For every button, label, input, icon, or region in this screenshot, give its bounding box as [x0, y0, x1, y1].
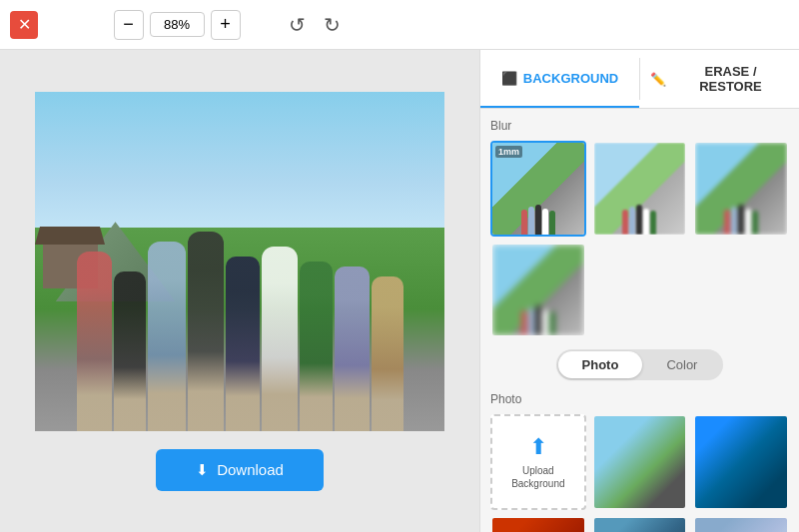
background-tab-icon: ⬛ [501, 71, 517, 86]
tab-erase-restore[interactable]: ✏️ ERASE / RESTORE [640, 50, 799, 108]
toggle-color-button[interactable]: Color [642, 351, 721, 378]
blur-thumb-3[interactable] [490, 243, 586, 338]
zoom-out-button[interactable]: − [114, 10, 144, 40]
right-panel: ⬛ BACKGROUND ✏️ ERASE / RESTORE Blur 1mm [479, 50, 799, 532]
bg-thumb-3[interactable] [490, 516, 586, 532]
redo-button[interactable]: ↻ [318, 9, 347, 41]
download-icon: ⬇ [196, 461, 209, 479]
upload-background-button[interactable]: ⬆ UploadBackground [490, 414, 586, 510]
bg-thumb-2[interactable] [693, 414, 789, 510]
bg-thumb-1[interactable] [592, 414, 688, 510]
upload-text: UploadBackground [511, 464, 564, 490]
blur-thumb-1[interactable] [592, 141, 688, 237]
zoom-in-button[interactable]: + [211, 10, 241, 40]
download-button[interactable]: ⬇ Download [156, 449, 324, 491]
photo-color-toggle: Photo Color [556, 349, 724, 380]
tab-background[interactable]: ⬛ BACKGROUND [480, 50, 639, 108]
erase-tab-icon: ✏️ [650, 72, 666, 87]
close-button[interactable]: ✕ [10, 11, 38, 39]
bg-thumb-5[interactable] [693, 516, 789, 532]
photo-section: Photo ⬆ UploadBackground [490, 392, 789, 532]
photo-section-label: Photo [490, 392, 789, 406]
photo-thumbnails: ⬆ UploadBackground [490, 414, 789, 532]
main-area: ⬇ Download ⬛ BACKGROUND ✏️ ERASE / RESTO… [0, 50, 799, 532]
panel-tabs: ⬛ BACKGROUND ✏️ ERASE / RESTORE [480, 50, 799, 109]
toggle-photo-button[interactable]: Photo [558, 351, 643, 378]
blur-thumb-label-0: 1mm [495, 146, 522, 158]
panel-content: Blur 1mm [480, 109, 799, 532]
editor-area: ⬇ Download [0, 50, 479, 532]
undo-button[interactable]: ↺ [283, 9, 312, 41]
blur-label: Blur [490, 119, 789, 133]
zoom-input[interactable] [150, 12, 205, 37]
bg-thumb-4[interactable] [592, 516, 688, 532]
upload-icon: ⬆ [529, 434, 547, 460]
toolbar: ✕ − + ↺ ↻ [0, 0, 799, 50]
main-canvas [35, 92, 444, 431]
blur-thumb-2[interactable] [693, 141, 789, 237]
blur-section: Blur 1mm [490, 119, 789, 337]
blur-thumb-0[interactable]: 1mm [490, 141, 586, 237]
download-label: Download [217, 461, 284, 478]
blur-thumbnails: 1mm [490, 141, 789, 337]
